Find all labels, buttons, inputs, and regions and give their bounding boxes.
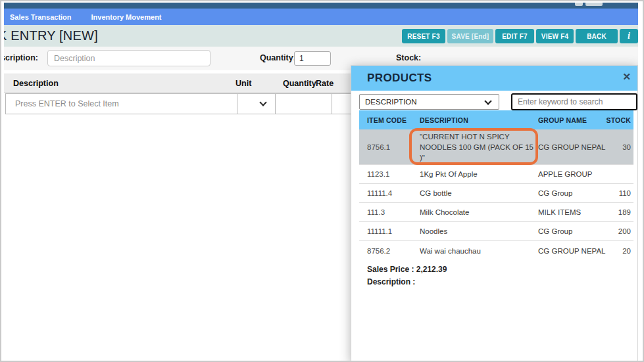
- page-title-bar: K ENTRY [NEW] RESET F3 SAVE [End] EDIT F…: [4, 25, 638, 47]
- item-description: Wai wai chauchau: [420, 246, 537, 256]
- item-stock: 110: [619, 189, 631, 197]
- filter-field-value: DESCRIPTION: [365, 98, 417, 106]
- item-description: "CURRENT HOT N SPICY NOODLES 100 GM (PAC…: [420, 131, 537, 163]
- item-group: CG Group: [538, 189, 612, 197]
- col-description: DESCRIPTION: [420, 116, 468, 124]
- products-table: ITEM CODE DESCRIPTION GROUP NAME STOCK 8…: [359, 110, 633, 260]
- app-window: Sales Transaction Inventory Movement K E…: [0, 0, 644, 362]
- item-stock: 189: [618, 208, 631, 216]
- filter-field-select[interactable]: DESCRIPTION: [359, 94, 499, 110]
- edit-button[interactable]: EDIT F7: [495, 29, 534, 43]
- item-select-input[interactable]: [6, 94, 237, 114]
- browser-tab-notch: [585, 3, 603, 6]
- item-code: 1123.1: [367, 170, 389, 178]
- item-stock: 200: [618, 227, 631, 235]
- info-button[interactable]: i: [620, 29, 638, 43]
- quantity-cell[interactable]: [276, 94, 332, 114]
- description-input[interactable]: [47, 50, 211, 66]
- chevron-down-icon: [484, 97, 491, 104]
- item-group: CG GROUP NEPAL: [538, 247, 612, 255]
- col-stock: STOCK: [606, 116, 631, 124]
- products-modal-footer: Sales Price : 2,212.39 Description :: [367, 265, 447, 286]
- item-description: Milk Chocolate: [420, 207, 537, 217]
- item-code: 11111.4: [367, 189, 392, 197]
- page-title: K ENTRY [NEW]: [4, 28, 98, 43]
- item-group: MILK ITEMS: [538, 208, 612, 216]
- action-toolbar: RESET F3 SAVE [End] EDIT F7 VIEW F4 BACK…: [402, 29, 638, 43]
- item-group: CG GROUP NEPAL: [538, 143, 612, 151]
- item-code: 11111.1: [367, 227, 392, 235]
- app-content: Sales Transaction Inventory Movement K E…: [4, 1, 638, 361]
- main-menubar: Sales Transaction Inventory Movement: [4, 9, 638, 25]
- item-stock: 30: [622, 143, 631, 151]
- col-unit: Unit: [235, 79, 251, 88]
- product-row[interactable]: 11111.1 Noodles CG Group 200: [359, 222, 633, 241]
- item-group: APPLE GROUP: [538, 170, 612, 178]
- browser-chrome-bar: [4, 3, 638, 9]
- sales-price-label: Sales Price :: [367, 265, 414, 274]
- product-search-input[interactable]: [511, 93, 637, 110]
- col-description: Description: [13, 79, 59, 88]
- browser-tab-notch: [575, 3, 583, 6]
- item-description: Noodles: [420, 226, 537, 237]
- product-row[interactable]: 111.3 Milk Chocolate MILK ITEMS 189: [359, 203, 633, 222]
- product-row[interactable]: 8756.2 Wai wai chauchau CG GROUP NEPAL 2…: [359, 241, 633, 260]
- stock-label: Stock:: [396, 53, 421, 62]
- product-row-selected[interactable]: 8756.1 "CURRENT HOT N SPICY NOODLES 100 …: [359, 129, 633, 165]
- footer-description-label: Description :: [367, 277, 415, 286]
- save-button[interactable]: SAVE [End]: [447, 29, 493, 43]
- product-row[interactable]: 11111.4 CG bottle CG Group 110: [359, 184, 633, 203]
- chevron-down-icon: [259, 99, 266, 106]
- products-modal-header: PRODUCTS ✕: [351, 66, 637, 91]
- reset-button[interactable]: RESET F3: [402, 29, 445, 43]
- menu-sales-transaction[interactable]: Sales Transaction: [10, 13, 72, 21]
- col-group-name: GROUP NAME: [538, 116, 587, 124]
- item-code: 8756.1: [367, 143, 390, 151]
- item-code: 8756.2: [367, 247, 390, 255]
- quantity-label: Quantity:: [260, 53, 296, 62]
- sales-price-value: 2,212.39: [416, 265, 447, 274]
- products-modal-title: PRODUCTS: [367, 72, 432, 85]
- item-code: 111.3: [367, 208, 385, 216]
- item-stock: 20: [622, 247, 631, 255]
- back-button[interactable]: BACK: [576, 29, 618, 43]
- view-button[interactable]: VIEW F4: [536, 29, 574, 43]
- item-group: CG Group: [538, 227, 612, 235]
- products-modal: PRODUCTS ✕ DESCRIPTION ITEM CODE DESCRIP…: [351, 65, 638, 361]
- product-row[interactable]: 1123.1 1Kg Pkt Of Apple APPLE GROUP: [359, 165, 633, 184]
- col-rate: Rate: [316, 79, 334, 88]
- item-description: 1Kg Pkt Of Apple: [420, 169, 537, 179]
- products-table-header: ITEM CODE DESCRIPTION GROUP NAME STOCK: [359, 110, 633, 129]
- menu-inventory-movement[interactable]: Inventory Movement: [91, 13, 162, 21]
- description-label: Description:: [4, 53, 38, 62]
- quantity-input[interactable]: [294, 51, 331, 66]
- col-quantity: Quantity: [283, 79, 316, 88]
- unit-dropdown[interactable]: [237, 94, 276, 114]
- close-icon[interactable]: ✕: [622, 71, 631, 83]
- item-description: CG bottle: [420, 188, 537, 198]
- col-item-code: ITEM CODE: [367, 116, 407, 124]
